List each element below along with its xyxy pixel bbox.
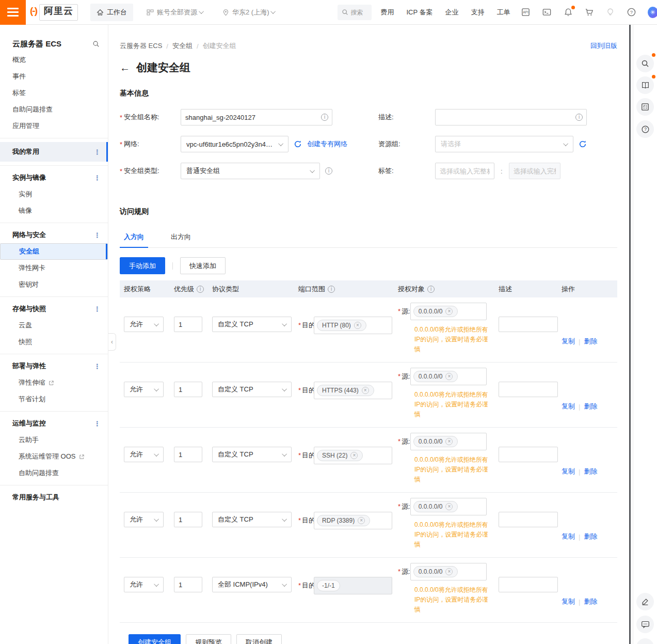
copy-rule-link[interactable]: 复制 — [562, 532, 575, 541]
sidebar-item-self-troubleshoot-2[interactable]: 自助问题排查 — [0, 465, 108, 481]
sidebar-item-cloud-assistant[interactable]: 云助手 — [0, 432, 108, 448]
rule-description-input[interactable] — [499, 512, 558, 527]
close-icon[interactable]: × — [358, 517, 365, 524]
rule-description-input[interactable] — [499, 577, 558, 592]
delete-rule-link[interactable]: 删除 — [584, 532, 597, 541]
sidebar-item-enis[interactable]: 弹性网卡 — [0, 260, 108, 276]
protocol-select[interactable]: 自定义 TCP — [212, 447, 292, 462]
close-icon[interactable]: × — [445, 373, 453, 380]
close-icon[interactable]: × — [362, 387, 369, 394]
protocol-select[interactable]: 全部 ICMP(IPv4) — [212, 577, 292, 592]
delete-rule-link[interactable]: 删除 — [584, 402, 597, 411]
sidebar-item-security-groups[interactable]: 安全组 — [0, 243, 108, 260]
source-box[interactable]: 0.0.0.0/0× — [410, 303, 487, 320]
protocol-select[interactable]: 自定义 TCP — [212, 382, 292, 397]
sidebar-item-tags[interactable]: 标签 — [0, 85, 108, 101]
sidebar-item-auto-scaling[interactable]: 弹性伸缩 — [0, 374, 108, 391]
sidebar-group-ops-monitoring[interactable]: 运维与监控 ⋮ — [0, 415, 108, 432]
tag-value-input[interactable] — [509, 163, 560, 179]
resource-group-select[interactable]: 请选择 — [435, 136, 573, 152]
policy-select[interactable]: 允许 — [124, 317, 164, 332]
create-security-group-button[interactable]: 创建安全组 — [129, 634, 181, 644]
tab-outbound[interactable]: 出方向 — [167, 229, 195, 247]
manual-add-button[interactable]: 手动添加 — [120, 257, 165, 274]
close-icon[interactable]: × — [445, 438, 453, 445]
info-icon[interactable] — [575, 114, 583, 121]
sidebar-item-self-troubleshoot[interactable]: 自助问题排查 — [0, 101, 108, 118]
copy-rule-link[interactable]: 复制 — [562, 402, 575, 411]
tab-inbound[interactable]: 入方向 — [120, 229, 148, 247]
priority-input[interactable] — [174, 317, 202, 332]
refresh-icon[interactable] — [579, 140, 587, 148]
nav-billing[interactable]: 费用 — [380, 8, 394, 17]
priority-input[interactable] — [174, 447, 202, 462]
terminal-icon[interactable] — [542, 7, 552, 18]
sidebar-item-key-pairs[interactable]: 密钥对 — [0, 276, 108, 293]
create-vpc-link[interactable]: 创建专有网络 — [307, 139, 347, 149]
copy-rule-link[interactable]: 复制 — [562, 597, 575, 606]
rules-preview-button[interactable]: 规则预览 — [186, 634, 231, 644]
protocol-select[interactable]: 自定义 TCP — [212, 512, 292, 527]
scrollbar[interactable] — [629, 25, 631, 644]
close-icon[interactable]: × — [354, 322, 361, 329]
info-icon[interactable] — [197, 286, 204, 293]
search-input[interactable] — [350, 9, 368, 16]
info-icon[interactable] — [325, 167, 332, 175]
close-icon[interactable]: × — [445, 503, 453, 510]
kebab-menu-icon[interactable]: ⋮ — [94, 231, 101, 239]
sidebar-item-savings-plans[interactable]: 节省计划 — [0, 391, 108, 407]
sidebar-item-disks[interactable]: 云盘 — [0, 317, 108, 334]
nav-support[interactable]: 支持 — [471, 8, 485, 17]
rule-description-input[interactable] — [499, 317, 558, 332]
breadcrumb-ecs[interactable]: 云服务器 ECS — [120, 42, 162, 50]
sidebar-group-instances-images[interactable]: 实例与镜像 ⋮ — [0, 169, 108, 186]
copy-rule-link[interactable]: 复制 — [562, 467, 575, 476]
refresh-icon[interactable] — [294, 140, 302, 148]
source-box[interactable]: 0.0.0.0/0× — [410, 433, 487, 450]
sidebar-item-overview[interactable]: 概览 — [0, 52, 108, 68]
port-range-box[interactable]: SSH (22)× — [314, 447, 392, 464]
close-icon[interactable]: × — [445, 568, 453, 575]
port-range-box[interactable]: HTTP (80)× — [314, 317, 392, 334]
delete-rule-link[interactable]: 删除 — [584, 597, 597, 606]
rail-help-icon[interactable]: ? — [636, 120, 654, 138]
protocol-select[interactable]: 自定义 TCP — [212, 317, 292, 332]
cart-icon[interactable] — [584, 7, 595, 18]
close-icon[interactable]: × — [445, 308, 453, 315]
hamburger-menu-icon[interactable] — [0, 0, 26, 25]
kebab-menu-icon[interactable]: ⋮ — [94, 363, 101, 370]
kebab-menu-icon[interactable]: ⋮ — [94, 174, 101, 182]
assistant-compass-icon[interactable]: ✳ — [648, 7, 657, 18]
sidebar-item-events[interactable]: 事件 — [0, 68, 108, 85]
source-box[interactable]: 0.0.0.0/0× — [410, 368, 487, 385]
info-icon[interactable] — [427, 286, 435, 293]
api-icon[interactable]: API — [521, 7, 531, 18]
kebab-menu-icon[interactable]: ⋮ — [94, 420, 101, 428]
info-icon[interactable] — [321, 114, 328, 121]
sidebar-item-snapshots[interactable]: 快照 — [0, 334, 108, 350]
tag-key-input[interactable] — [435, 163, 494, 179]
port-range-box[interactable]: RDP (3389)× — [314, 512, 392, 529]
rail-search-icon[interactable] — [636, 55, 654, 72]
lightbulb-icon[interactable] — [605, 7, 616, 18]
back-arrow-icon[interactable]: ← — [120, 62, 130, 73]
rule-description-input[interactable] — [499, 447, 558, 462]
delete-rule-link[interactable]: 删除 — [584, 467, 597, 476]
sidebar-group-storage-snapshots[interactable]: 存储与快照 ⋮ — [0, 301, 108, 317]
sidebar-group-network-security[interactable]: 网络与安全 ⋮ — [0, 227, 108, 243]
quick-add-button[interactable]: 快速添加 — [180, 257, 226, 274]
topbar-search[interactable] — [338, 5, 372, 20]
sidebar-collapse-handle[interactable]: ‹ — [108, 333, 116, 351]
policy-select[interactable]: 允许 — [124, 512, 164, 527]
nav-tickets[interactable]: 工单 — [497, 8, 510, 17]
rule-description-input[interactable] — [499, 382, 558, 397]
rail-checklist-icon[interactable] — [636, 98, 654, 116]
description-input[interactable] — [435, 109, 587, 125]
help-icon[interactable]: ? — [627, 7, 637, 18]
rail-docs-icon[interactable] — [636, 76, 654, 94]
kebab-menu-icon[interactable]: ⋮ — [94, 305, 101, 313]
policy-select[interactable]: 允许 — [124, 577, 164, 592]
source-box[interactable]: 0.0.0.0/0× — [410, 498, 487, 515]
sidebar-item-images[interactable]: 镜像 — [0, 202, 108, 219]
sidebar-group-common-tools[interactable]: 常用服务与工具 — [0, 489, 108, 506]
